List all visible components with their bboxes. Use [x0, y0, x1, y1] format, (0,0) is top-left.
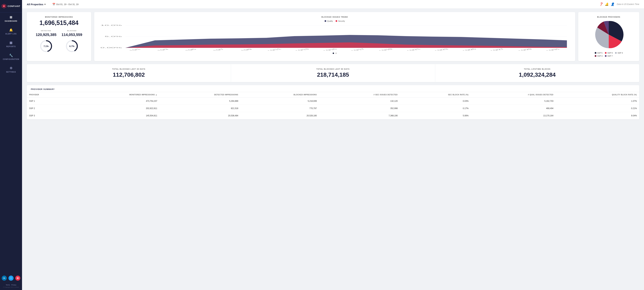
detected-donut: 7.1% [39, 39, 53, 53]
svg-text:10/9: 10/9 [240, 49, 253, 51]
pie-legend: SSP 5 SSP 9 SSP 4 SSP 3 [595, 52, 623, 57]
settings-label: SETTINGS [6, 71, 16, 73]
terms-link[interactable]: Terms [6, 284, 10, 286]
cell-blocked: 770,797 [241, 105, 319, 112]
monitored-total: 1,696,515,484 [40, 19, 78, 27]
properties-selector[interactable]: All Properties ▾ [27, 3, 46, 6]
table-row: SSP 3 145,504,811 20,538,484 20,528,180 … [27, 112, 639, 119]
configuration-label: CONFIGURATION [3, 58, 19, 60]
linkedin-button[interactable]: in [2, 275, 7, 281]
ssp7-legend: SSP 7 [605, 55, 613, 57]
cell-monitored: 145,504,811 [68, 112, 160, 119]
legend-quality: Quality [324, 20, 333, 22]
monitored-impressions-card: MONITORED IMPRESSIONS 1,696,515,484 DETE… [27, 12, 91, 61]
social-links: in t [2, 273, 20, 283]
summary-90-value: 218,714,185 [317, 71, 349, 78]
providers-title: BLOCKED PROVIDERS [597, 16, 620, 18]
cell-qual-detected: 13,170,164 [471, 112, 556, 119]
th-blocked: Blocked Impressions [241, 92, 319, 98]
summary-row: TOTAL BLOCKED LAST 30 DAYS 112,706,802 T… [27, 64, 639, 82]
chart-dot-2[interactable] [336, 53, 337, 54]
trend-chart: 10.0% 5.0% 0.00% 10/1 10/3 [98, 24, 571, 57]
cell-qual-rate: 9.04% [556, 112, 639, 119]
ssp3-label: SSP 3 [597, 55, 602, 57]
summary-last-30: TOTAL BLOCKED LAST 30 DAYS 112,706,802 [27, 64, 231, 82]
cell-sec-rate: 0.03% [400, 98, 471, 105]
th-qual-rate: Quality Block Rate (%) [556, 92, 639, 98]
privacy-link[interactable]: Privacy [11, 284, 16, 286]
trend-title: BLOCKED ISSUES TREND [98, 16, 571, 18]
svg-text:10/11: 10/11 [266, 48, 282, 51]
summary-lifetime-value: 1,092,324,284 [519, 71, 556, 78]
th-provider: Provider [27, 92, 68, 98]
twitter-button[interactable]: t [8, 275, 14, 281]
cell-blocked: 20,528,180 [241, 112, 319, 119]
ssp4-label: SSP 4 [618, 52, 623, 54]
provider-table-title: PROVIDER SUMMARY [27, 85, 639, 92]
provider-table-body: SSP 1 473,754,237 5,294,889 5,218,699 13… [27, 98, 639, 119]
date-range-text: Oct 01, 19 - Oct 31, 19 [56, 3, 79, 6]
cell-sec-rate: 5.06% [400, 112, 471, 119]
sidebar-item-configuration[interactable]: 🔧 CONFIGURATION [0, 51, 22, 63]
th-detected: Detected Impressions [160, 92, 241, 98]
sidebar: C CONFIANT ⊞ DASHBOARD 🔔 ALERT LOG ▦ REP… [0, 0, 22, 290]
summary-lifetime: TOTAL LIFETIME BLOCKS 1,092,324,284 [435, 64, 639, 82]
sidebar-item-alert-log[interactable]: 🔔 ALERT LOG [0, 25, 22, 38]
ssp3-dot [595, 55, 596, 57]
th-sec-detected: # Sec Issues Detected [319, 92, 400, 98]
cell-sec-detected: 352,998 [319, 105, 400, 112]
reports-label: REPORTS [6, 46, 16, 48]
cell-provider: SSP 2 [27, 105, 68, 112]
timezone-note: Data in US Eastern Time [617, 3, 639, 6]
confiant-social-button[interactable] [15, 275, 20, 281]
topbar-right: ❓ 🔔 👤 Data in US Eastern Time [599, 2, 639, 6]
blocked-providers-card: BLOCKED PROVIDERS [578, 12, 639, 61]
security-dot [336, 20, 337, 22]
quality-dot [324, 20, 326, 22]
sidebar-item-reports[interactable]: ▦ REPORTS [0, 38, 22, 51]
svg-marker-4 [17, 277, 18, 279]
blocked-trend-card: BLOCKED ISSUES TREND Quality Security 10… [94, 12, 575, 61]
blocked-value: 114,053,559 [62, 33, 82, 37]
ssp7-dot [605, 55, 606, 57]
ssp9-dot [605, 52, 606, 54]
notifications-icon[interactable]: 🔔 [605, 2, 608, 6]
sidebar-item-settings[interactable]: ⚙ SETTINGS [0, 63, 22, 76]
dashboard-content: MONITORED IMPRESSIONS 1,696,515,484 DETE… [22, 9, 644, 123]
provider-table-card: PROVIDER SUMMARY Provider Monitored Impr… [27, 85, 639, 119]
sidebar-navigation: ⊞ DASHBOARD 🔔 ALERT LOG ▦ REPORTS 🔧 CONF… [0, 12, 22, 273]
sidebar-item-dashboard[interactable]: ⊞ DASHBOARD [0, 12, 22, 25]
svg-text:10/25: 10/25 [461, 48, 478, 51]
confiant-social-icon [16, 277, 19, 279]
svg-text:10/15: 10/15 [322, 48, 338, 51]
chart-dot-1[interactable] [333, 53, 334, 54]
help-icon[interactable]: ❓ [599, 2, 603, 6]
quality-label: Quality [327, 20, 333, 22]
th-monitored[interactable]: Monitored Impressions ▲ [68, 92, 160, 98]
svg-text:10.0%: 10.0% [100, 25, 122, 26]
date-range-display[interactable]: 📅 Oct 01, 19 - Oct 31, 19 [52, 3, 79, 6]
table-header-row: Provider Monitored Impressions ▲ Detecte… [27, 92, 639, 98]
detected-label: DETECTED [41, 30, 51, 32]
ssp4-dot [615, 52, 617, 54]
svg-text:10/23: 10/23 [433, 48, 450, 51]
topbar-action-icons: ❓ 🔔 👤 [599, 2, 614, 6]
trend-legend: Quality Security [98, 20, 571, 22]
svg-text:10/21: 10/21 [405, 48, 422, 51]
sub-stats: DETECTED 120,925,385 7.1% BLOCKED 114, [31, 30, 87, 53]
ssp5-label: SSP 5 [597, 52, 602, 54]
th-sec-rate: Sec Block Rate (%) [400, 92, 471, 98]
user-icon[interactable]: 👤 [610, 2, 614, 6]
pie-chart-svg [594, 19, 624, 50]
cell-qual-rate: 0.21% [556, 105, 639, 112]
svg-text:10/19: 10/19 [378, 48, 394, 51]
topbar-left: All Properties ▾ 📅 Oct 01, 19 - Oct 31, … [27, 3, 78, 6]
chart-pagination [98, 53, 571, 54]
detected-stat: DETECTED 120,925,385 7.1% [36, 30, 56, 53]
provider-table: Provider Monitored Impressions ▲ Detecte… [27, 92, 639, 119]
th-qual-detected: # Qual Issues Detected [471, 92, 556, 98]
ssp5-legend: SSP 5 [595, 52, 602, 54]
table-row: SSP 1 473,754,237 5,294,889 5,218,699 13… [27, 98, 639, 105]
cell-sec-detected: 7,368,190 [319, 112, 400, 119]
cell-detected: 5,294,889 [160, 98, 241, 105]
